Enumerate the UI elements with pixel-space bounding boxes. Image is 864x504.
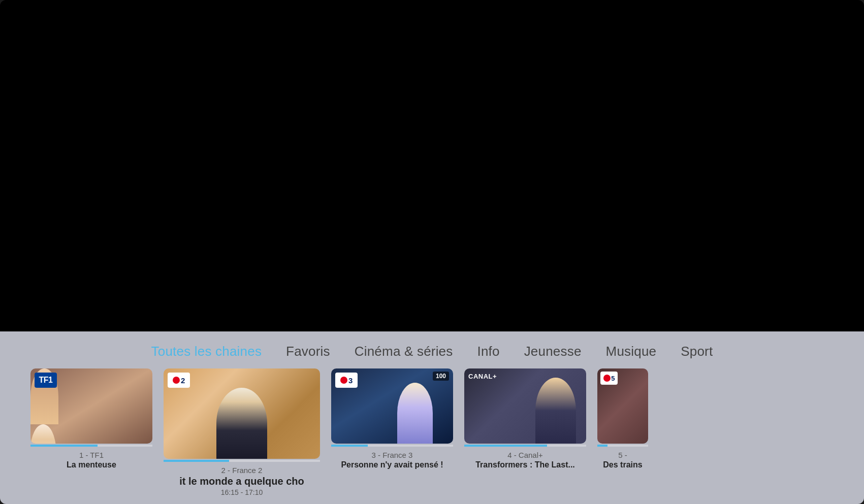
category-musique[interactable]: Musique bbox=[606, 344, 657, 359]
channel-time-france2: 16:15 - 17:10 bbox=[179, 488, 304, 496]
progress-france2 bbox=[164, 460, 320, 462]
channel-card-france2[interactable]: 2 2 - France 2 it le monde a quelque cho… bbox=[164, 368, 320, 496]
channel-number-canalplus: 4 - Canal+ bbox=[475, 451, 575, 459]
channel-info-canalplus: 4 - Canal+ Transformers : The Last... bbox=[475, 451, 575, 469]
channel-number-france5: 5 - bbox=[603, 451, 642, 459]
thumbnail-france3: 3 100 bbox=[331, 368, 453, 444]
channel-number-france3: 3 - France 3 bbox=[341, 451, 443, 459]
channel-info-france3: 3 - France 3 Personne n'y avait pensé ! bbox=[341, 451, 443, 469]
channel-number-tf1: 1 - TF1 bbox=[67, 451, 116, 459]
progress-tf1 bbox=[30, 445, 152, 447]
channel-card-canalplus[interactable]: CANAL+ 4 - Canal+ Transformers : The Las… bbox=[464, 368, 586, 469]
channel-badge-100: 100 bbox=[433, 372, 449, 381]
channel-show-tf1: La menteuse bbox=[67, 460, 116, 469]
channel-info-france2: 2 - France 2 it le monde a quelque cho 1… bbox=[179, 466, 304, 496]
bottom-panel: Toutes les chaines Favoris Cinéma & séri… bbox=[0, 331, 864, 504]
channel-logo-canalplus: CANAL+ bbox=[468, 373, 497, 380]
progress-canalplus bbox=[464, 445, 586, 447]
channel-card-france5[interactable]: 5 5 - Des trains bbox=[597, 368, 648, 469]
thumbnail-tf1: TF1 bbox=[30, 368, 152, 444]
thumbnail-france2: 2 bbox=[164, 368, 320, 459]
channel-number-france2: 2 - France 2 bbox=[179, 466, 304, 475]
thumbnail-canalplus: CANAL+ bbox=[464, 368, 586, 444]
category-jeunesse[interactable]: Jeunesse bbox=[524, 344, 582, 359]
channel-info-france5: 5 - Des trains bbox=[603, 451, 642, 469]
channel-logo-france3: 3 bbox=[335, 373, 358, 388]
category-all[interactable]: Toutes les chaines bbox=[151, 344, 262, 359]
category-favoris[interactable]: Favoris bbox=[286, 344, 330, 359]
channel-logo-france5: 5 bbox=[600, 372, 618, 385]
category-info[interactable]: Info bbox=[477, 344, 499, 359]
thumbnail-france5: 5 bbox=[597, 368, 648, 444]
category-cinema[interactable]: Cinéma & séries bbox=[355, 344, 453, 359]
app-frame: Toutes les chaines Favoris Cinéma & séri… bbox=[0, 0, 864, 504]
channel-show-france3: Personne n'y avait pensé ! bbox=[341, 460, 443, 469]
channels-row: TF1 1 - TF1 La menteuse 2 bbox=[0, 368, 864, 496]
category-nav: Toutes les chaines Favoris Cinéma & séri… bbox=[0, 331, 864, 368]
channel-logo-france2: 2 bbox=[168, 373, 190, 388]
channel-card-tf1[interactable]: TF1 1 - TF1 La menteuse bbox=[30, 368, 152, 469]
progress-france5 bbox=[597, 445, 648, 447]
channel-card-france3[interactable]: 3 100 3 - France 3 Personne n'y avait pe… bbox=[331, 368, 453, 469]
category-sport[interactable]: Sport bbox=[681, 344, 713, 359]
channel-logo-tf1: TF1 bbox=[35, 373, 57, 388]
channel-info-tf1: 1 - TF1 La menteuse bbox=[67, 451, 116, 469]
channel-show-canalplus: Transformers : The Last... bbox=[475, 460, 575, 469]
progress-france3 bbox=[331, 445, 453, 447]
channel-show-france5: Des trains bbox=[603, 460, 642, 469]
video-player[interactable] bbox=[0, 0, 864, 331]
channel-show-france2: it le monde a quelque cho bbox=[179, 476, 304, 487]
